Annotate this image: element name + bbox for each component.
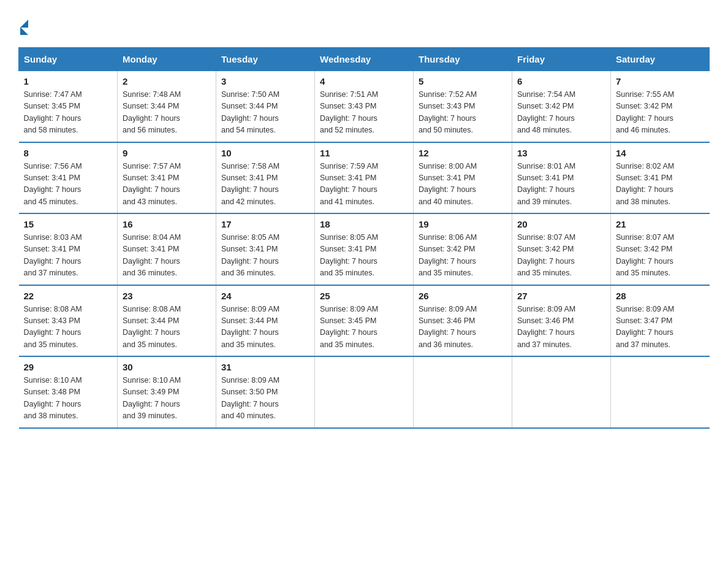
day-info: Sunrise: 8:09 AMSunset: 3:46 PMDaylight:…: [517, 304, 605, 351]
day-info: Sunrise: 7:52 AMSunset: 3:43 PMDaylight:…: [419, 89, 507, 137]
calendar-cell: 30Sunrise: 8:10 AMSunset: 3:49 PMDayligh…: [118, 356, 216, 428]
day-number: 19: [419, 219, 507, 229]
header-friday: Friday: [512, 48, 611, 71]
calendar-cell: 20Sunrise: 8:07 AMSunset: 3:42 PMDayligh…: [512, 213, 611, 285]
calendar-cell: 11Sunrise: 7:59 AMSunset: 3:41 PMDayligh…: [315, 142, 414, 214]
day-info: Sunrise: 8:05 AMSunset: 3:41 PMDaylight:…: [221, 232, 309, 280]
calendar-cell: 10Sunrise: 7:58 AMSunset: 3:41 PMDayligh…: [216, 142, 315, 214]
day-number: 27: [517, 291, 605, 301]
day-number: 9: [123, 148, 211, 158]
day-number: 10: [221, 148, 309, 158]
day-info: Sunrise: 8:02 AMSunset: 3:41 PMDaylight:…: [616, 161, 705, 209]
day-number: 28: [616, 291, 705, 301]
day-number: 18: [320, 219, 408, 229]
day-number: 20: [517, 219, 605, 229]
calendar-cell: 13Sunrise: 8:01 AMSunset: 3:41 PMDayligh…: [512, 142, 611, 214]
day-number: 6: [517, 76, 605, 86]
calendar-cell: 2Sunrise: 7:48 AMSunset: 3:44 PMDaylight…: [118, 71, 216, 142]
calendar-cell: [611, 356, 710, 428]
day-number: 12: [419, 148, 507, 158]
calendar-header-row: SundayMondayTuesdayWednesdayThursdayFrid…: [19, 48, 710, 71]
day-number: 21: [616, 219, 705, 229]
day-number: 22: [24, 291, 113, 301]
calendar-cell: 15Sunrise: 8:03 AMSunset: 3:41 PMDayligh…: [19, 213, 118, 285]
calendar-cell: [512, 356, 611, 428]
header-monday: Monday: [118, 48, 216, 71]
calendar-cell: 6Sunrise: 7:54 AMSunset: 3:42 PMDaylight…: [512, 71, 611, 142]
calendar-cell: 3Sunrise: 7:50 AMSunset: 3:44 PMDaylight…: [216, 71, 315, 142]
calendar-table: SundayMondayTuesdayWednesdayThursdayFrid…: [18, 47, 710, 429]
calendar-week-row: 8Sunrise: 7:56 AMSunset: 3:41 PMDaylight…: [19, 142, 710, 214]
calendar-week-row: 29Sunrise: 8:10 AMSunset: 3:48 PMDayligh…: [19, 356, 710, 428]
header-sunday: Sunday: [19, 48, 118, 71]
calendar-week-row: 1Sunrise: 7:47 AMSunset: 3:45 PMDaylight…: [19, 71, 710, 142]
day-info: Sunrise: 7:59 AMSunset: 3:41 PMDaylight:…: [320, 161, 408, 209]
calendar-cell: 27Sunrise: 8:09 AMSunset: 3:46 PMDayligh…: [512, 285, 611, 357]
calendar-cell: [315, 356, 414, 428]
header-thursday: Thursday: [414, 48, 512, 71]
day-info: Sunrise: 8:08 AMSunset: 3:43 PMDaylight:…: [24, 304, 113, 351]
calendar-cell: 18Sunrise: 8:05 AMSunset: 3:41 PMDayligh…: [315, 213, 414, 285]
day-info: Sunrise: 7:50 AMSunset: 3:44 PMDaylight:…: [221, 89, 309, 137]
day-number: 3: [221, 76, 309, 86]
day-number: 24: [221, 291, 309, 301]
calendar-cell: 25Sunrise: 8:09 AMSunset: 3:45 PMDayligh…: [315, 285, 414, 357]
day-info: Sunrise: 8:07 AMSunset: 3:42 PMDaylight:…: [616, 232, 705, 280]
calendar-cell: 28Sunrise: 8:09 AMSunset: 3:47 PMDayligh…: [611, 285, 710, 357]
header-saturday: Saturday: [611, 48, 710, 71]
day-info: Sunrise: 7:47 AMSunset: 3:45 PMDaylight:…: [24, 89, 113, 137]
calendar-cell: [414, 356, 512, 428]
day-number: 5: [419, 76, 507, 86]
day-info: Sunrise: 8:06 AMSunset: 3:42 PMDaylight:…: [419, 232, 507, 280]
calendar-cell: 21Sunrise: 8:07 AMSunset: 3:42 PMDayligh…: [611, 213, 710, 285]
calendar-cell: 24Sunrise: 8:09 AMSunset: 3:44 PMDayligh…: [216, 285, 315, 357]
logo-arrow-icon: [20, 20, 28, 35]
day-number: 30: [123, 362, 211, 372]
calendar-cell: 26Sunrise: 8:09 AMSunset: 3:46 PMDayligh…: [414, 285, 512, 357]
day-number: 2: [123, 76, 211, 86]
calendar-cell: 19Sunrise: 8:06 AMSunset: 3:42 PMDayligh…: [414, 213, 512, 285]
calendar-cell: 9Sunrise: 7:57 AMSunset: 3:41 PMDaylight…: [118, 142, 216, 214]
day-info: Sunrise: 8:10 AMSunset: 3:48 PMDaylight:…: [24, 375, 113, 423]
day-info: Sunrise: 8:09 AMSunset: 3:47 PMDaylight:…: [616, 304, 705, 351]
day-number: 26: [419, 291, 507, 301]
calendar-cell: 22Sunrise: 8:08 AMSunset: 3:43 PMDayligh…: [19, 285, 118, 357]
day-number: 14: [616, 148, 705, 158]
day-info: Sunrise: 8:00 AMSunset: 3:41 PMDaylight:…: [419, 161, 507, 209]
day-number: 15: [24, 219, 113, 229]
day-info: Sunrise: 8:09 AMSunset: 3:46 PMDaylight:…: [419, 304, 507, 351]
calendar-cell: 23Sunrise: 8:08 AMSunset: 3:44 PMDayligh…: [118, 285, 216, 357]
day-number: 1: [24, 76, 113, 86]
day-info: Sunrise: 7:57 AMSunset: 3:41 PMDaylight:…: [123, 161, 211, 209]
day-number: 13: [517, 148, 605, 158]
calendar-cell: 17Sunrise: 8:05 AMSunset: 3:41 PMDayligh…: [216, 213, 315, 285]
day-info: Sunrise: 7:56 AMSunset: 3:41 PMDaylight:…: [24, 161, 113, 209]
day-info: Sunrise: 8:08 AMSunset: 3:44 PMDaylight:…: [123, 304, 211, 351]
calendar-cell: 1Sunrise: 7:47 AMSunset: 3:45 PMDaylight…: [19, 71, 118, 142]
calendar-week-row: 22Sunrise: 8:08 AMSunset: 3:43 PMDayligh…: [19, 285, 710, 357]
calendar-cell: 8Sunrise: 7:56 AMSunset: 3:41 PMDaylight…: [19, 142, 118, 214]
day-number: 17: [221, 219, 309, 229]
calendar-cell: 29Sunrise: 8:10 AMSunset: 3:48 PMDayligh…: [19, 356, 118, 428]
day-number: 29: [24, 362, 113, 372]
day-number: 25: [320, 291, 408, 301]
header-tuesday: Tuesday: [216, 48, 315, 71]
calendar-cell: 31Sunrise: 8:09 AMSunset: 3:50 PMDayligh…: [216, 356, 315, 428]
day-number: 31: [221, 362, 309, 372]
page-header: [18, 12, 710, 35]
logo: [18, 18, 28, 35]
day-info: Sunrise: 7:51 AMSunset: 3:43 PMDaylight:…: [320, 89, 408, 137]
day-number: 8: [24, 148, 113, 158]
day-info: Sunrise: 7:48 AMSunset: 3:44 PMDaylight:…: [123, 89, 211, 137]
day-info: Sunrise: 7:55 AMSunset: 3:42 PMDaylight:…: [616, 89, 705, 137]
calendar-cell: 4Sunrise: 7:51 AMSunset: 3:43 PMDaylight…: [315, 71, 414, 142]
day-info: Sunrise: 8:09 AMSunset: 3:50 PMDaylight:…: [221, 375, 309, 423]
day-info: Sunrise: 7:54 AMSunset: 3:42 PMDaylight:…: [517, 89, 605, 137]
calendar-cell: 12Sunrise: 8:00 AMSunset: 3:41 PMDayligh…: [414, 142, 512, 214]
day-number: 23: [123, 291, 211, 301]
calendar-cell: 7Sunrise: 7:55 AMSunset: 3:42 PMDaylight…: [611, 71, 710, 142]
day-info: Sunrise: 8:03 AMSunset: 3:41 PMDaylight:…: [24, 232, 113, 280]
day-number: 16: [123, 219, 211, 229]
day-number: 11: [320, 148, 408, 158]
day-number: 7: [616, 76, 705, 86]
